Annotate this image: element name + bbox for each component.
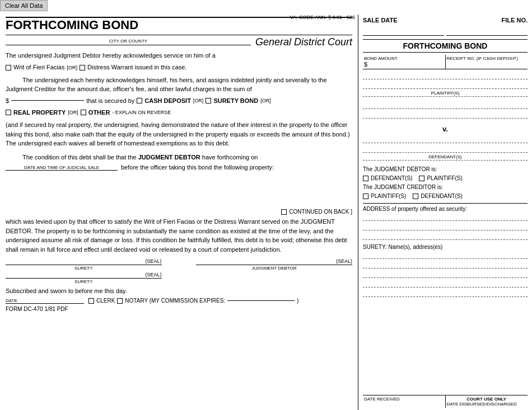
commission-field[interactable] xyxy=(227,300,295,301)
bottom-row: DATE CLERK NOTARY (MY COMMISSION EXPIRES… xyxy=(6,296,352,304)
court-use-only-label: COURT USE ONLY xyxy=(447,397,527,402)
real-property-row: REAL PROPERTY [OR] OTHER - EXPLAIN ON RE… xyxy=(6,109,352,117)
clerk-checkbox[interactable] xyxy=(88,298,94,304)
before-officer-text: before the officer taking this bond the … xyxy=(121,164,274,171)
judgment-debtor-sig-label: JUDGMENT DEBTOR xyxy=(196,266,352,271)
judgment-debtor-label: JUDGMENT DEBTOR xyxy=(138,154,200,161)
levied-text: which was levied upon by that officer to… xyxy=(6,217,352,254)
date-disbursed-label: DATE DISBURSED/DISCHARGED xyxy=(447,402,527,407)
judgment-debtor-sig-line[interactable] xyxy=(196,265,352,265)
file-no-field[interactable] xyxy=(446,26,528,36)
address-field-1[interactable] xyxy=(363,213,528,221)
property-description-area[interactable] xyxy=(6,175,352,209)
cash-deposit-bracket: [OR] xyxy=(193,98,204,103)
real-property-section: REAL PROPERTY [OR] OTHER - EXPLAIN ON RE… xyxy=(6,109,352,148)
distress-checkbox[interactable] xyxy=(80,65,85,70)
surety-sig-block-2: (SEAL) SURETY xyxy=(6,272,162,284)
date-field-bottom[interactable]: DATE xyxy=(6,296,84,304)
main-content: FORTHCOMING BOND CITY OR COUNTY General … xyxy=(0,15,358,410)
surety-field-4[interactable] xyxy=(363,280,528,288)
side-panel: SALE DATE FILE NO. FORTHCOMING BOND BOND… xyxy=(358,15,532,410)
clear-all-data-button[interactable]: Clear All Data xyxy=(0,0,48,11)
sale-date-label: SALE DATE xyxy=(363,17,445,23)
plaintiff-field-2[interactable] xyxy=(363,81,528,89)
intro-text: The undersigned Judgment Debtor hereby a… xyxy=(6,51,352,60)
sale-date-field[interactable] xyxy=(363,26,444,36)
real-property-checkbox[interactable] xyxy=(6,110,11,115)
city-county-label: CITY OR COUNTY xyxy=(109,39,147,44)
real-property-bracket: [OR] xyxy=(68,109,78,116)
writ-checkbox[interactable] xyxy=(6,65,11,70)
receipt-no-label: RECEIPT NO. (IF CASH DEPOSIT) xyxy=(447,56,527,61)
continued-box: CONTINUED ON BACK ] xyxy=(6,209,352,215)
defendant-label: DEFENDANT(S) xyxy=(363,154,528,161)
plaintiff-extra-fields xyxy=(363,101,528,120)
judgment-section: The JUDGMENT DEBTOR is: DEFENDANT(S) PLA… xyxy=(363,165,528,204)
court-use-only-cell: COURT USE ONLY DATE DISBURSED/DISCHARGED xyxy=(446,395,528,408)
subscribed-text: Subscribed and sworn to before me this d… xyxy=(6,288,352,294)
surety-field-5[interactable] xyxy=(363,289,528,297)
dollar-sign-side: $ xyxy=(364,61,444,68)
dollar-line: $ that is secured by CASH DEPOSIT [OR] S… xyxy=(6,97,352,104)
creditor-plaintiff-label: PLAINTIFF(S) xyxy=(371,192,406,201)
seal-label-2: (SEAL) xyxy=(196,258,352,264)
cash-deposit-checkbox[interactable] xyxy=(137,98,142,103)
creditor-plaintiff-checkbox[interactable] xyxy=(363,194,368,199)
date-field[interactable]: DATE AND TIME OF JUDICIAL SALE xyxy=(6,165,118,171)
other-checkbox[interactable] xyxy=(81,110,86,115)
secured-text: that is secured by xyxy=(86,97,134,104)
seal-label-3: (SEAL) xyxy=(6,272,162,277)
sig-row-2: (SEAL) SURETY xyxy=(6,272,352,284)
clerk-notary-row: CLERK NOTARY (MY COMMISSION EXPIRES: ) xyxy=(88,298,298,304)
forthcoming-text: have forthcoming on xyxy=(202,154,258,161)
surety-sig-line-2[interactable] xyxy=(6,278,162,279)
defendant-field-2[interactable] xyxy=(363,145,528,153)
notary-checkbox[interactable] xyxy=(117,298,123,304)
surety-field-1[interactable] xyxy=(363,251,528,259)
surety-lines xyxy=(363,251,528,299)
address-field-3[interactable] xyxy=(363,232,528,240)
date-received-label: DATE RECEIVED xyxy=(364,397,444,402)
surety-sig-block-1: (SEAL) SURETY xyxy=(6,258,162,271)
surety-bond-checkbox[interactable] xyxy=(206,98,211,103)
debtor-plaintiff-label: PLAINTIFF(S) xyxy=(427,174,462,183)
real-property-text: (and if secured by real property, the un… xyxy=(6,120,352,148)
seal-label-1: (SEAL) xyxy=(6,258,162,264)
plaintiff-section: PLAINTIFF(S) xyxy=(363,72,528,99)
address-field-2[interactable] xyxy=(363,223,528,230)
surety-label-1: SURETY xyxy=(6,266,162,271)
notary-label: NOTARY (MY COMMISSION EXPIRES: xyxy=(125,298,225,304)
surety-field-3[interactable] xyxy=(363,270,528,278)
creditor-defendant-checkbox[interactable] xyxy=(413,194,418,199)
commission-close: ) xyxy=(297,298,298,304)
debtor-defendant-checkbox[interactable] xyxy=(363,176,368,181)
date-received-cell: DATE RECEIVED xyxy=(363,395,446,408)
creditor-cb-row: PLAINTIFF(S) DEFENDANT(S) xyxy=(363,192,528,201)
surety-bond-bracket: [OR] xyxy=(260,98,271,103)
judgment-debtor-is-text: The JUDGMENT DEBTOR is: xyxy=(363,165,528,174)
dollar-prefix: $ xyxy=(6,97,9,104)
continued-checkbox xyxy=(281,209,287,215)
defendant-field-1[interactable] xyxy=(363,135,528,143)
bond-amount-label: BOND AMOUNT xyxy=(364,56,444,61)
dollar-amount-field[interactable] xyxy=(11,100,84,101)
side-bottom-row: DATE RECEIVED COURT USE ONLY DATE DISBUR… xyxy=(363,395,528,408)
debtor-plaintiff-checkbox[interactable] xyxy=(419,176,424,181)
writ-checkbox-row: Writ of Fieri Facias [OR] Distress Warra… xyxy=(6,63,352,72)
plaintiff-extra-2[interactable] xyxy=(363,111,528,119)
surety-bond-label: SURETY BOND xyxy=(213,97,258,104)
real-property-label: REAL PROPERTY xyxy=(13,109,66,117)
surety-field-2[interactable] xyxy=(363,261,528,268)
file-no-label: FILE NO. xyxy=(445,17,528,23)
plaintiff-extra-1[interactable] xyxy=(363,101,528,109)
cash-deposit-label: CASH DEPOSIT xyxy=(144,97,191,104)
dc-label: DATE xyxy=(6,298,17,303)
bond-amount-cell: BOND AMOUNT $ xyxy=(363,55,446,69)
surety-sig-line-1[interactable] xyxy=(6,265,162,265)
continued-text: CONTINUED ON BACK ] xyxy=(289,209,352,215)
plaintiff-field-1[interactable] xyxy=(363,72,528,79)
writ-label: Writ of Fieri Facias xyxy=(13,63,64,72)
form-number: FORM DC-470 1/81 PDF xyxy=(6,306,352,312)
side-header-row: SALE DATE FILE NO. xyxy=(363,17,528,23)
judgment-creditor-is-text: The JUDGMENT CREDITOR is: xyxy=(363,183,528,192)
